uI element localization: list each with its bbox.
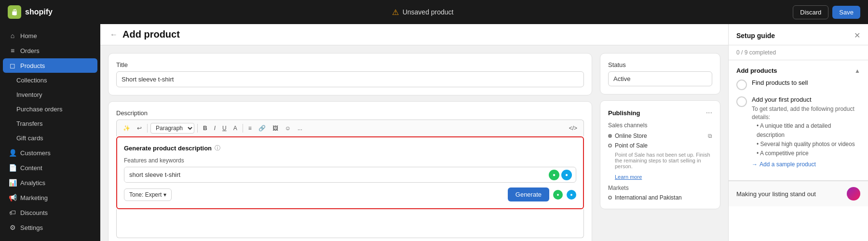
toolbar-link-btn[interactable]: 🔗 [256, 123, 268, 133]
channel-copy-icon[interactable]: ⧉ [708, 133, 712, 139]
generate-button[interactable]: Generate [508, 187, 549, 201]
learn-more-link[interactable]: Learn more [615, 174, 642, 180]
page-header: ← Add product [100, 24, 728, 45]
green-circle-icon[interactable]: ● [549, 170, 559, 180]
sidebar-item-label: Purchase orders [16, 106, 62, 113]
publishing-options-icon[interactable]: ··· [706, 108, 712, 117]
teal-circle-icon[interactable]: ● [561, 170, 572, 180]
setup-bullet-2: Several high quality photos or videos [752, 140, 860, 149]
setup-close-button[interactable]: ✕ [854, 31, 860, 40]
setup-item-desc: To get started, add the following produc… [752, 105, 860, 121]
sidebar-item-collections[interactable]: Collections [3, 73, 97, 87]
setup-item-title-2[interactable]: Add your first product [752, 96, 860, 103]
generate-title-row: Generate product description ⓘ [124, 144, 576, 152]
sidebar-item-label: Home [20, 32, 37, 40]
channel-dot [608, 134, 612, 138]
channel-left-pos: Point of Sale [608, 142, 648, 149]
features-input[interactable] [124, 167, 545, 182]
generate-box: Generate product description ⓘ Features … [116, 136, 584, 209]
tone-label: Tone: Expert [129, 191, 162, 198]
sidebar-item-label: Discounts [20, 209, 48, 216]
description-toolbar: ✨ ↩ Paragraph B I U A ≡ 🔗 [116, 120, 584, 136]
toolbar-separator [147, 124, 148, 133]
setup-section-chevron-icon[interactable]: ▲ [854, 67, 860, 74]
description-label: Description [116, 109, 584, 117]
status-dropdown[interactable]: Active Draft [608, 71, 712, 86]
channel-name-pos: Point of Sale [615, 142, 648, 149]
status-label: Status [608, 61, 712, 68]
toolbar-image-btn[interactable]: 🖼 [270, 123, 281, 133]
sidebar-item-label: Inventory [16, 91, 42, 98]
setup-item-circle [736, 80, 747, 90]
back-arrow[interactable]: ← [110, 30, 118, 39]
sidebar-item-gift-cards[interactable]: Gift cards [3, 131, 97, 145]
main-layout: ⌂ Home ≡ Orders ◻ Products Collections I… [0, 24, 868, 241]
title-input[interactable] [116, 71, 584, 87]
save-button[interactable]: Save [832, 6, 860, 19]
page-content: Title Description ✨ ↩ Paragraph [100, 45, 728, 241]
customers-icon: 👤 [9, 149, 16, 157]
sidebar-item-label: Marketing [20, 194, 48, 201]
toolbar-paragraph-select[interactable]: Paragraph [150, 123, 194, 134]
discard-button[interactable]: Discard [793, 5, 828, 19]
setup-item-content: Find products to sell [752, 79, 860, 88]
small-teal-icon[interactable]: ● [567, 190, 576, 200]
market-item: International and Pakistan [608, 194, 712, 201]
markets-label: Markets [608, 185, 712, 191]
setup-section-title: Add products [736, 67, 777, 74]
setup-section: Add products ▲ Find products to sell Add… [729, 60, 868, 181]
publishing-card: Publishing ··· Sales channels Online Sto… [600, 100, 720, 209]
setup-header: Setup guide ✕ [729, 24, 868, 45]
logo-text: shopify [25, 8, 53, 16]
setup-bullet-3: A competitive price [752, 149, 860, 158]
sidebar-item-products[interactable]: ◻ Products [3, 58, 97, 73]
toolbar-underline-btn[interactable]: U [220, 123, 229, 133]
setup-item-add-product: Add your first product To get started, a… [736, 96, 860, 168]
market-name: International and Pakistan [615, 194, 682, 201]
sidebar-item-label: Settings [20, 224, 43, 231]
settings-icon: ⚙ [9, 224, 16, 231]
toolbar-color-btn[interactable]: A [231, 123, 240, 133]
setup-item-title[interactable]: Find products to sell [752, 79, 860, 86]
sidebar-item-settings[interactable]: ⚙ Settings [3, 220, 97, 235]
sidebar-item-label: Content [20, 164, 42, 172]
toolbar-magic-btn[interactable]: ✨ [121, 123, 133, 133]
pos-sub-text: Point of Sale has not been set up. Finis… [608, 152, 712, 169]
setup-title: Setup guide [736, 32, 775, 40]
shopify-logo: shopify [8, 5, 53, 19]
toolbar-emoji-btn[interactable]: ☺ [283, 123, 293, 133]
avatar [847, 187, 860, 201]
sidebar-item-customers[interactable]: 👤 Customers [3, 146, 97, 160]
description-editor[interactable] [116, 209, 584, 238]
toolbar-italic-btn[interactable]: I [212, 123, 218, 133]
toolbar-separator-2 [197, 124, 198, 133]
marketing-icon: 📢 [9, 194, 16, 201]
small-green-icon[interactable]: ● [553, 190, 563, 200]
arrow-icon: → [752, 161, 758, 168]
right-col: Status Active Draft Publishing ··· Sales [600, 53, 720, 241]
sidebar-item-marketing[interactable]: 📢 Marketing [3, 190, 97, 205]
sidebar-item-label: Transfers [16, 120, 42, 127]
sidebar-item-orders[interactable]: ≡ Orders [3, 43, 97, 58]
link-label: Add a sample product [760, 161, 816, 168]
channel-dot-pos [608, 144, 612, 147]
sidebar-item-purchase-orders[interactable]: Purchase orders [3, 102, 97, 116]
market-dot [608, 196, 612, 200]
sidebar-item-home[interactable]: ⌂ Home [3, 28, 97, 43]
sidebar-item-transfers[interactable]: Transfers [3, 117, 97, 131]
toolbar-more-btn[interactable]: ... [295, 123, 305, 133]
toolbar-align-btn[interactable]: ≡ [246, 123, 254, 133]
sidebar-item-content[interactable]: 📄 Content [3, 161, 97, 175]
tone-select[interactable]: Tone: Expert ▾ [124, 188, 172, 201]
setup-bullet-1: A unique title and a detailed descriptio… [752, 121, 860, 140]
discounts-icon: 🏷 [9, 209, 16, 216]
toolbar-undo-btn[interactable]: ↩ [135, 123, 144, 133]
sidebar-item-inventory[interactable]: Inventory [3, 88, 97, 102]
status-card: Status Active Draft [600, 53, 720, 94]
add-sample-product-link[interactable]: → Add a sample product [752, 161, 860, 168]
info-icon[interactable]: ⓘ [215, 144, 220, 152]
toolbar-bold-btn[interactable]: B [201, 123, 210, 133]
sidebar-item-analytics[interactable]: 📊 Analytics [3, 175, 97, 190]
toolbar-code-btn[interactable]: </> [567, 123, 580, 133]
sidebar-item-discounts[interactable]: 🏷 Discounts [3, 205, 97, 220]
